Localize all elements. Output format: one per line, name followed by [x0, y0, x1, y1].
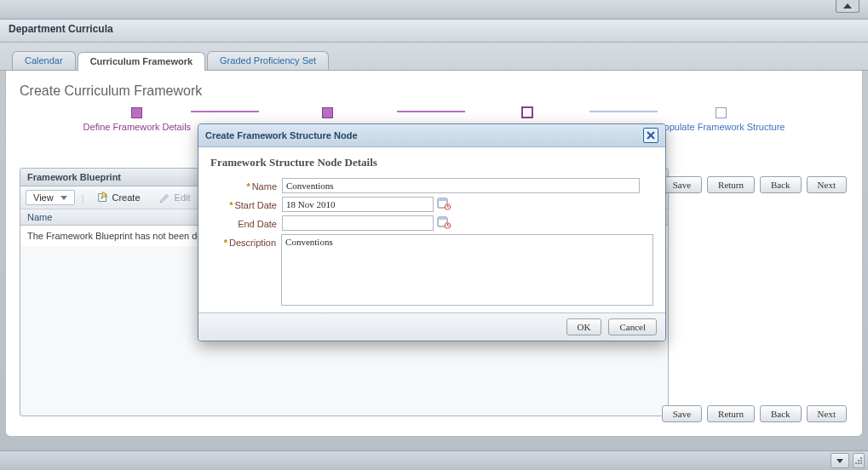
tab-graded-proficiency-set[interactable]: Graded Proficiency Set: [207, 51, 329, 70]
chevron-down-icon: [836, 459, 843, 463]
description-field[interactable]: [281, 234, 653, 306]
svg-rect-3: [438, 198, 447, 201]
statusbar-resize-grip[interactable]: [853, 453, 865, 468]
svg-point-13: [860, 462, 862, 464]
svg-text:+: +: [100, 195, 103, 201]
statusbar-dropdown[interactable]: [831, 453, 849, 468]
svg-rect-6: [438, 217, 447, 220]
wizard-node-3[interactable]: [521, 106, 533, 118]
save-button[interactable]: Save: [662, 176, 702, 193]
edit-button: Edit: [153, 189, 197, 206]
view-menu[interactable]: View: [26, 190, 75, 205]
dialog-subtitle: Framework Structure Node Details: [210, 156, 653, 169]
status-bar: [0, 450, 868, 470]
close-button[interactable]: [643, 128, 658, 143]
name-field[interactable]: [282, 178, 640, 193]
name-label: Name: [252, 181, 277, 192]
end-date-picker-button[interactable]: [437, 215, 451, 229]
create-button[interactable]: + Create: [91, 189, 147, 206]
ok-button[interactable]: OK: [566, 318, 602, 335]
description-label: Description: [229, 238, 276, 248]
close-icon: [647, 131, 655, 140]
save-button[interactable]: Save: [662, 405, 702, 422]
dialog-header[interactable]: Create Framework Structure Node: [198, 124, 665, 147]
svg-point-12: [858, 462, 859, 464]
action-buttons-top: Save Return Back Next: [662, 176, 847, 193]
window-maximize-control[interactable]: [836, 0, 859, 13]
start-date-label: Start Date: [234, 200, 277, 210]
create-icon: +: [97, 192, 109, 203]
return-button[interactable]: Return: [707, 176, 755, 193]
back-button[interactable]: Back: [760, 176, 802, 193]
wizard-connector: [397, 111, 465, 112]
wizard-connector: [589, 111, 658, 112]
next-button[interactable]: Next: [807, 176, 847, 193]
chevron-down-icon: [60, 196, 67, 200]
calendar-icon: [437, 215, 451, 229]
start-date-picker-button[interactable]: [437, 197, 451, 210]
return-button[interactable]: Return: [707, 405, 755, 422]
calendar-icon: [437, 197, 451, 210]
back-button[interactable]: Back: [760, 405, 802, 422]
page-title: Create Curriculum Framework: [20, 83, 848, 100]
wizard-node-4[interactable]: [716, 107, 727, 118]
wizard-connector: [191, 111, 259, 112]
create-node-dialog: Create Framework Structure Node Framewor…: [198, 123, 666, 341]
page-header: Department Curricula: [0, 20, 868, 43]
end-date-label: End Date: [238, 219, 277, 229]
svg-point-8: [860, 457, 862, 459]
action-buttons-bottom: Save Return Back Next: [662, 405, 847, 422]
dialog-title: Create Framework Structure Node: [205, 130, 358, 140]
main-tabstrip: Calendar Curriculum Framework Graded Pro…: [0, 43, 868, 71]
resize-grip-icon: [854, 456, 863, 465]
svg-point-11: [855, 462, 857, 464]
end-date-field[interactable]: [282, 215, 434, 231]
wizard-label-1[interactable]: Define Framework Details: [83, 122, 192, 132]
tab-calendar[interactable]: Calendar: [12, 51, 76, 70]
svg-point-9: [858, 460, 859, 461]
app-chrome-bar: [0, 0, 868, 20]
wizard-label-4[interactable]: Populate Framework Structure: [658, 122, 785, 132]
tab-curriculum-framework[interactable]: Curriculum Framework: [78, 52, 205, 71]
wizard-node-1[interactable]: [131, 107, 142, 118]
edit-icon: [159, 192, 171, 203]
start-date-field[interactable]: [282, 197, 434, 212]
dialog-footer: OK Cancel: [198, 312, 665, 341]
next-button[interactable]: Next: [807, 405, 847, 422]
wizard-node-2[interactable]: [322, 107, 333, 118]
cancel-button[interactable]: Cancel: [608, 318, 657, 335]
svg-point-10: [860, 460, 862, 461]
